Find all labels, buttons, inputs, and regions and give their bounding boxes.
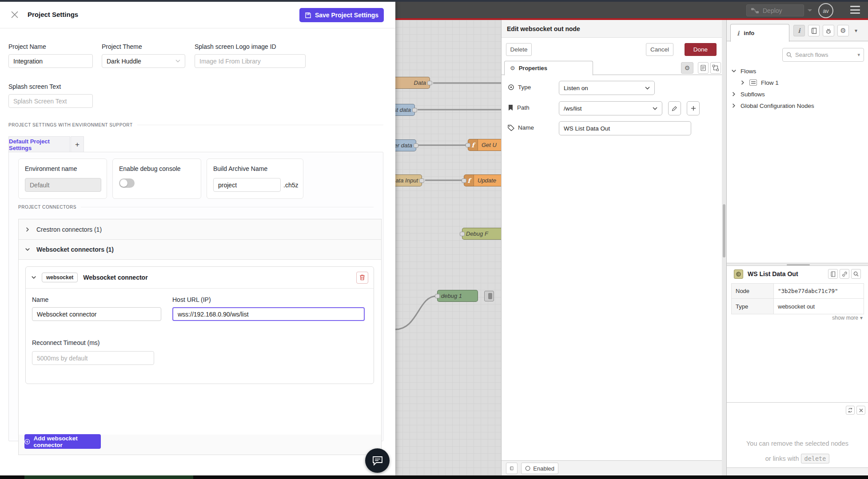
search-flows-input[interactable]: [795, 51, 854, 58]
edit-node-panel: Edit websocket out node Delete Cancel Do…: [501, 20, 722, 475]
chevron-right-icon: [731, 91, 737, 97]
canvas-scrollbar[interactable]: [722, 20, 726, 475]
chevron-down-icon: [731, 68, 737, 74]
type-field-label: Type: [508, 84, 531, 91]
user-avatar[interactable]: av: [818, 3, 833, 18]
cancel-button[interactable]: Cancel: [646, 43, 673, 56]
splash-logo-input[interactable]: [195, 54, 306, 68]
tree-item-flows[interactable]: Flows: [731, 66, 756, 76]
sidebar-info-button[interactable]: i: [793, 25, 805, 36]
node-output-port[interactable]: [412, 108, 417, 112]
chevron-right-icon: [740, 80, 745, 85]
node-search-button[interactable]: [851, 269, 861, 279]
archive-name-input[interactable]: [213, 178, 281, 192]
enabled-circle-icon: [525, 465, 530, 471]
deploy-label: Deploy: [763, 7, 782, 14]
host-url-input[interactable]: [172, 307, 365, 321]
plus-circle-icon: [24, 439, 30, 445]
node-docs-button[interactable]: [828, 269, 838, 279]
sidebar-help-button[interactable]: [808, 25, 820, 36]
project-name-label: Project Name: [8, 43, 46, 50]
project-name-input[interactable]: [8, 54, 93, 68]
sidebar-resize-divider[interactable]: [727, 263, 868, 266]
bottom-edge-strip: [0, 475, 868, 479]
node-output-port[interactable]: [419, 178, 424, 183]
websocket-connectors-content: websocket Websocket connector Name: [19, 259, 381, 435]
add-environment-tab-button[interactable]: +: [71, 136, 84, 152]
canvas-scrollbar-thumb[interactable]: [723, 204, 725, 257]
project-theme-select[interactable]: Dark Huddle: [102, 54, 185, 68]
build-archive-card: Build Archive Name .ch5z: [207, 158, 303, 199]
sidebar-tab-strip: i info i ⚙ ▾: [727, 20, 868, 41]
node-help-button[interactable]: [506, 463, 518, 474]
websocket-connectors-row[interactable]: Websocket connectors (1): [19, 239, 381, 259]
node-input-port[interactable]: [462, 178, 466, 183]
sidebar-more-tabs-caret[interactable]: ▾: [855, 28, 857, 34]
host-url-label: Host URL (IP): [172, 296, 211, 303]
node-enabled-toggle[interactable]: Enabled: [521, 463, 558, 474]
tree-item-subflows[interactable]: Subflows: [731, 89, 765, 99]
chevron-down-icon: [653, 107, 657, 110]
save-project-settings-button[interactable]: Save Project Settings: [299, 8, 384, 22]
node-output-port[interactable]: [414, 143, 418, 148]
add-websocket-connector-button[interactable]: Add websocket connector: [24, 434, 101, 449]
delete-connector-button[interactable]: [356, 272, 368, 284]
type-select[interactable]: Listen on: [559, 81, 655, 95]
path-select[interactable]: /ws/list: [559, 101, 662, 115]
crestron-connectors-row[interactable]: Crestron connectors (1): [19, 219, 381, 239]
chevron-down-icon[interactable]: [31, 275, 36, 280]
node-input-port[interactable]: [466, 143, 470, 147]
chat-help-button[interactable]: [365, 448, 390, 473]
tag-icon: [508, 125, 514, 131]
connector-name-input[interactable]: [32, 307, 161, 321]
node-input-port[interactable]: [435, 294, 440, 298]
reconnect-timeout-input[interactable]: [32, 351, 154, 365]
tab-info[interactable]: i info: [730, 24, 789, 42]
splash-text-input[interactable]: [8, 94, 93, 108]
path-field-label: Path: [508, 104, 530, 111]
tree-item-flow-1[interactable]: Flow 1: [740, 77, 779, 88]
sidebar-config-button[interactable]: ⚙: [837, 25, 849, 36]
close-tip-button[interactable]: [856, 406, 865, 415]
bug-icon: [825, 28, 832, 34]
main-menu-button[interactable]: [850, 6, 860, 14]
book-icon: [510, 465, 514, 471]
canvas-node-debug-1[interactable]: debug 1: [437, 290, 478, 302]
tree-item-global-config[interactable]: Global Configuration Nodes: [731, 100, 814, 111]
chevron-right-icon: [25, 227, 30, 232]
chat-bubble-icon: [372, 455, 383, 466]
node-input-port[interactable]: [460, 232, 465, 236]
tab-properties[interactable]: ⚙ Properties: [504, 61, 593, 75]
refresh-tip-button[interactable]: [846, 406, 855, 415]
node-settings-button[interactable]: ⚙: [681, 62, 693, 74]
debug-console-toggle[interactable]: [119, 178, 135, 188]
node-output-port[interactable]: [427, 81, 432, 85]
show-more-link[interactable]: show more▾: [832, 315, 863, 321]
edit-panel-footer: Enabled: [502, 460, 722, 475]
node-appearance-button[interactable]: [710, 62, 721, 74]
pencil-icon: [672, 106, 677, 111]
environment-name-card: Environment name: [18, 158, 107, 199]
environment-section-label: PROJECT SETTINGS WITH ENVIRONMENT SUPPOR…: [8, 123, 383, 127]
done-button[interactable]: Done: [685, 43, 717, 56]
search-options-caret[interactable]: ▾: [857, 52, 860, 58]
deploy-button[interactable]: Deploy: [746, 4, 804, 16]
deploy-caret-icon[interactable]: [808, 9, 812, 14]
close-icon[interactable]: [10, 10, 20, 20]
selected-node-title: WS List Data Out: [748, 270, 798, 277]
name-field-label: Name: [508, 124, 534, 131]
node-link-button[interactable]: [840, 269, 849, 279]
node-name-input[interactable]: [559, 121, 691, 135]
save-icon: [305, 12, 311, 19]
delete-node-button[interactable]: Delete: [506, 43, 532, 56]
divider-handle[interactable]: [787, 264, 810, 265]
add-path-button[interactable]: [687, 101, 700, 115]
tab-default-project-settings[interactable]: Default Project Settings: [8, 136, 70, 152]
debug-enable-toggle[interactable]: [484, 291, 494, 301]
sidebar-debug-button[interactable]: [823, 25, 834, 36]
caret-down-icon: ▾: [860, 315, 863, 321]
tips-panel: You can remove the selected nodes or lin…: [727, 402, 868, 467]
node-description-button[interactable]: [698, 62, 709, 74]
link-icon: [842, 271, 848, 277]
edit-path-button[interactable]: [668, 101, 681, 115]
